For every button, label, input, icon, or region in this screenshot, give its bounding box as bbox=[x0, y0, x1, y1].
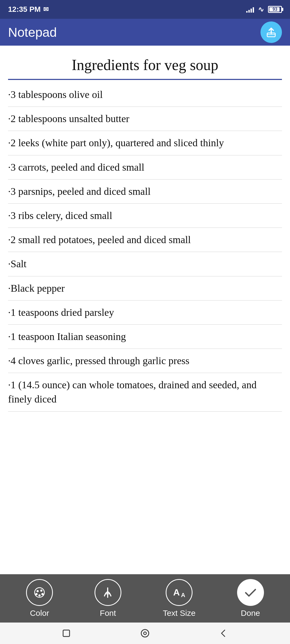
list-item: ·1 (14.5 ounce) can whole tomatoes, drai… bbox=[8, 373, 282, 411]
color-label: Color bbox=[30, 609, 49, 618]
ingredient-text: ·Salt bbox=[8, 258, 27, 269]
list-item: ·1 teaspoon Italian seasoning bbox=[8, 325, 282, 349]
note-content: Ingredients for veg soup ·3 tablespoons … bbox=[0, 46, 290, 574]
font-style-icon bbox=[100, 585, 115, 600]
toolbar-font-item[interactable]: Font bbox=[95, 579, 121, 618]
svg-point-6 bbox=[41, 593, 44, 595]
ingredient-text: ·Black pepper bbox=[8, 283, 65, 294]
ingredients-list: ·3 tablespoons olive oil ·2 tablespoons … bbox=[8, 83, 282, 412]
svg-text:A: A bbox=[173, 587, 180, 597]
list-item: ·2 small red potatoes, peeled and diced … bbox=[8, 228, 282, 252]
toolbar-textsize-item[interactable]: A A Text Size bbox=[163, 579, 195, 618]
list-item: ·2 tablespoons unsalted butter bbox=[8, 107, 282, 131]
status-time-area: 12:35 PM ✉ bbox=[8, 5, 49, 14]
ingredient-text: ·1 (14.5 ounce) can whole tomatoes, drai… bbox=[8, 379, 256, 405]
wifi-icon: ∿ bbox=[258, 5, 264, 14]
battery-icon: 93 bbox=[268, 6, 282, 13]
ingredient-text: ·1 teaspoon Italian seasoning bbox=[8, 331, 126, 342]
textsize-label: Text Size bbox=[163, 609, 195, 618]
note-title: Ingredients for veg soup bbox=[8, 46, 282, 79]
list-item: ·Salt bbox=[8, 252, 282, 276]
text-size-icon: A A bbox=[172, 585, 187, 600]
svg-rect-13 bbox=[63, 630, 70, 636]
home-nav-button[interactable] bbox=[138, 627, 152, 640]
app-title: Notepad bbox=[8, 25, 57, 40]
checkmark-icon bbox=[243, 585, 258, 600]
list-item: ·1 teaspoons dried parsley bbox=[8, 301, 282, 325]
toolbar-color-item[interactable]: Color bbox=[26, 579, 53, 618]
title-divider bbox=[8, 79, 282, 80]
time-display: 12:35 PM bbox=[8, 5, 41, 14]
ingredient-text: ·1 teaspoons dried parsley bbox=[8, 307, 114, 318]
list-item: ·Black pepper bbox=[8, 276, 282, 301]
status-icons: ∿ 93 bbox=[246, 5, 282, 14]
app-header: Notepad bbox=[0, 19, 290, 46]
svg-point-4 bbox=[37, 590, 39, 592]
share-icon bbox=[264, 25, 278, 39]
ingredient-text: ·2 tablespoons unsalted butter bbox=[8, 113, 129, 124]
back-nav-button[interactable] bbox=[217, 627, 230, 640]
square-nav-button[interactable] bbox=[60, 627, 73, 640]
message-icon: ✉ bbox=[43, 6, 49, 13]
svg-point-8 bbox=[35, 593, 38, 595]
palette-icon bbox=[32, 585, 47, 600]
ingredient-text: ·3 tablespoons olive oil bbox=[8, 89, 103, 100]
list-item: ·3 parsnips, peeled and diced small bbox=[8, 180, 282, 204]
font-label: Font bbox=[100, 609, 116, 618]
list-item: ·3 ribs celery, diced small bbox=[8, 204, 282, 228]
font-button[interactable] bbox=[95, 579, 121, 606]
bottom-toolbar: Color Font A A Text Size Done bbox=[0, 574, 290, 623]
svg-point-15 bbox=[144, 632, 146, 635]
list-item: ·3 tablespoons olive oil bbox=[8, 83, 282, 107]
textsize-button[interactable]: A A bbox=[166, 579, 193, 606]
svg-point-5 bbox=[40, 590, 42, 592]
svg-point-7 bbox=[38, 594, 41, 597]
done-label: Done bbox=[241, 609, 260, 618]
list-item: ·3 carrots, peeled and diced small bbox=[8, 155, 282, 180]
ingredient-text: ·3 ribs celery, diced small bbox=[8, 210, 112, 221]
ingredient-text: ·3 carrots, peeled and diced small bbox=[8, 162, 144, 173]
done-button[interactable] bbox=[237, 579, 264, 606]
toolbar-done-item[interactable]: Done bbox=[237, 579, 264, 618]
status-bar: 12:35 PM ✉ ∿ 93 bbox=[0, 0, 290, 19]
list-item: ·4 cloves garlic, pressed through garlic… bbox=[8, 349, 282, 373]
signal-bars-icon bbox=[246, 6, 254, 13]
svg-text:A: A bbox=[181, 592, 185, 598]
ingredient-text: ·2 small red potatoes, peeled and diced … bbox=[8, 234, 191, 245]
ingredient-text: ·3 parsnips, peeled and diced small bbox=[8, 186, 151, 197]
color-button[interactable] bbox=[26, 579, 53, 606]
list-item: ·2 leeks (white part only), quartered an… bbox=[8, 131, 282, 155]
svg-point-14 bbox=[141, 630, 149, 637]
ingredient-text: ·2 leeks (white part only), quartered an… bbox=[8, 137, 224, 148]
navigation-bar bbox=[0, 623, 290, 644]
ingredient-text: ·4 cloves garlic, pressed through garlic… bbox=[8, 355, 189, 366]
share-button[interactable] bbox=[260, 21, 282, 43]
